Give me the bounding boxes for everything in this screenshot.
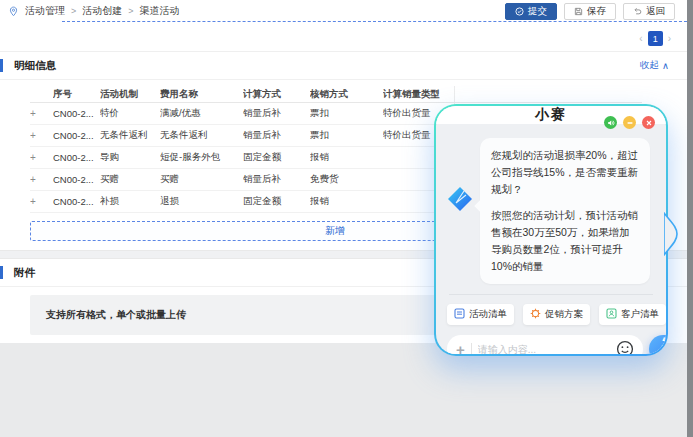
cell-serial: CN00-2... [53, 152, 100, 163]
breadcrumb-item[interactable]: 活动创建 [82, 4, 122, 18]
prev-page-chevron[interactable]: ‹ [639, 34, 642, 44]
col-header-calc: 计算方式 [243, 88, 310, 101]
cell-mechanism: 无条件返利 [100, 129, 160, 142]
attachment-section-title: 附件 [14, 266, 35, 280]
page-number-active[interactable]: 1 [648, 31, 663, 46]
message-row: 您规划的活动退损率20%，超过公司指导线15%，是否需要重新规划？ 按照您的活动… [447, 138, 655, 284]
expand-toggle[interactable]: + [30, 130, 53, 141]
cell-fee: 无条件返利 [160, 129, 243, 142]
breadcrumb-separator: > [128, 6, 133, 16]
expand-toggle[interactable]: + [30, 108, 53, 119]
cell-serial: CN00-2... [53, 196, 100, 207]
chat-text-input[interactable] [478, 344, 610, 355]
cell-calc: 销量后补 [243, 129, 310, 142]
assistant-body: 您规划的活动退损率20%，超过公司指导线15%，是否需要重新规划？ 按照您的活动… [436, 124, 666, 354]
chip-促销方案[interactable]: 促销方案 [523, 304, 590, 325]
submit-button[interactable]: 提交 [505, 3, 557, 20]
cell-verify: 报销 [310, 151, 383, 164]
emoji-icon[interactable] [616, 340, 634, 354]
cell-mechanism: 补损 [100, 195, 160, 208]
send-button[interactable]: 发送 [649, 335, 666, 354]
cell-serial: CN00-2... [53, 108, 100, 119]
location-pin-icon [8, 6, 19, 17]
table-header-row: 序号 活动机制 费用名称 计算方式 核销方式 计算销量类型 [30, 86, 642, 103]
detail-section-title: 明细信息 [14, 59, 56, 73]
activity-list-icon [454, 308, 465, 321]
minimize-button[interactable] [623, 116, 636, 129]
cell-fee: 短促-服务外包 [160, 151, 243, 164]
cell-mechanism: 导购 [100, 151, 160, 164]
cell-calc: 固定金额 [243, 151, 310, 164]
divider [449, 294, 653, 295]
pagination-row: ‹ 1 › [0, 22, 693, 52]
divider [0, 79, 693, 80]
col-header-fee: 费用名称 [160, 88, 243, 101]
next-page-chevron[interactable]: › [668, 34, 671, 44]
cell-calc: 固定金额 [243, 195, 310, 208]
cell-calc: 销量后补 [243, 173, 310, 186]
cell-verify: 免费货 [310, 173, 383, 186]
save-icon [574, 7, 583, 16]
assistant-message-bubble: 您规划的活动退损率20%，超过公司指导线15%，是否需要重新规划？ 按照您的活动… [480, 138, 650, 284]
promo-plan-icon [530, 308, 541, 321]
customer-list-icon [606, 308, 617, 321]
detail-section-header: 明细信息 收起 ∧ [0, 52, 693, 79]
breadcrumb-separator: > [71, 6, 76, 16]
expand-toggle[interactable]: + [30, 174, 53, 185]
cell-mechanism: 买赠 [100, 173, 160, 186]
window-controls [604, 116, 655, 129]
divider [471, 343, 472, 355]
assistant-title: 小赛 [535, 106, 567, 124]
chat-input-pill: + [447, 335, 643, 354]
cell-verify: 票扣 [310, 129, 383, 142]
toolbar: 提交 保存 返回 [505, 3, 675, 20]
cell-verify: 票扣 [310, 107, 383, 120]
collapse-link[interactable]: 收起 ∧ [640, 59, 669, 72]
expand-toggle[interactable]: + [30, 152, 53, 163]
assistant-avatar-icon [447, 186, 473, 212]
breadcrumb-item[interactable]: 活动管理 [25, 4, 65, 18]
assistant-message: 按照您的活动计划，预计活动销售额在30万至50万，如果增加导购员数量2位，预计可… [491, 207, 639, 275]
col-header-sales-type: 计算销量类型 [383, 86, 455, 102]
minus-icon [626, 119, 634, 127]
check-circle-icon [515, 7, 524, 16]
cell-mechanism: 特价 [100, 107, 160, 120]
breadcrumb-item-current: 渠道活动 [140, 4, 180, 18]
assistant-message: 您规划的活动退损率20%，超过公司指导线15%，是否需要重新规划？ [491, 147, 639, 198]
col-header-verify: 核销方式 [310, 88, 383, 101]
attach-plus-icon[interactable]: + [456, 342, 465, 355]
chip-label: 活动清单 [469, 308, 507, 321]
cell-fee: 满减/优惠 [160, 107, 243, 120]
section-accent-bar [0, 266, 3, 279]
cell-verify: 报销 [310, 195, 383, 208]
panel-tail [664, 212, 680, 256]
chip-活动清单[interactable]: 活动清单 [447, 304, 514, 325]
chevron-up-icon: ∧ [662, 60, 669, 71]
quick-action-chips: 活动清单促销方案客户清单 [447, 304, 655, 325]
cell-fee: 退损 [160, 195, 243, 208]
top-bar: 活动管理 > 活动创建 > 渠道活动 提交 保存 返回 [0, 0, 693, 22]
cell-serial: CN00-2... [53, 174, 100, 185]
chip-客户清单[interactable]: 客户清单 [599, 304, 666, 325]
undo-arrow-icon [633, 7, 642, 16]
breadcrumb: 活动管理 > 活动创建 > 渠道活动 [8, 4, 180, 18]
assistant-header: 小赛 [436, 106, 666, 124]
col-header-mechanism: 活动机制 [100, 88, 160, 101]
cell-calc: 销量后补 [243, 107, 310, 120]
pagination: ‹ 1 › [639, 31, 671, 46]
page-scrollbar[interactable] [687, 0, 693, 437]
speaker-icon [607, 119, 615, 127]
expand-toggle[interactable]: + [30, 196, 53, 207]
close-icon [645, 119, 653, 127]
close-button[interactable] [642, 116, 655, 129]
app-screen: 活动管理 > 活动创建 > 渠道活动 提交 保存 返回 [0, 0, 693, 437]
upload-hint-text: 支持所有格式，单个或批量上传 [46, 308, 186, 322]
chat-input-row: + 发送 [447, 335, 655, 354]
cell-serial: CN00-2... [53, 130, 100, 141]
cell-fee: 买赠 [160, 173, 243, 186]
chip-label: 客户清单 [621, 308, 659, 321]
sound-button[interactable] [604, 116, 617, 129]
save-button[interactable]: 保存 [564, 3, 616, 20]
section-accent-bar [0, 59, 3, 72]
back-button[interactable]: 返回 [623, 3, 675, 20]
